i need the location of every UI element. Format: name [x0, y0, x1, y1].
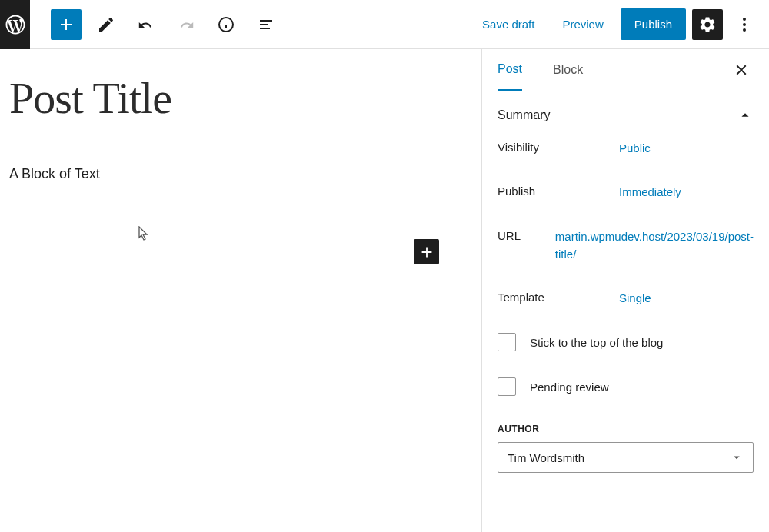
pencil-icon: [97, 15, 115, 34]
summary-body: Visibility Public Publish Immediately UR…: [498, 139, 754, 396]
gear-icon: [698, 15, 717, 34]
template-label: Template: [498, 289, 619, 304]
list-view-icon: [257, 15, 275, 34]
editor-area[interactable]: Post Title A Block of Text: [0, 49, 482, 532]
toolbar: Save draft Preview Publish: [0, 0, 769, 49]
edit-mode-button[interactable]: [91, 9, 122, 40]
settings-sidebar: Post Block Summary Visibility Public Pub…: [482, 49, 769, 532]
svg-point-5: [743, 28, 746, 32]
options-button[interactable]: [729, 9, 760, 40]
info-icon: [217, 15, 235, 34]
tab-post[interactable]: Post: [498, 49, 522, 91]
author-select[interactable]: Tim Wordsmith: [498, 442, 754, 473]
publish-row: Publish Immediately: [498, 183, 754, 201]
redo-icon: [177, 15, 195, 34]
stick-checkbox-label: Stick to the top of the blog: [530, 336, 663, 349]
stick-checkbox[interactable]: [498, 333, 516, 351]
sidebar-tabs: Post Block: [482, 49, 769, 91]
publish-value[interactable]: Immediately: [619, 183, 754, 201]
close-icon: [733, 62, 750, 78]
save-draft-button[interactable]: Save draft: [471, 12, 545, 37]
plus-icon: [57, 15, 75, 34]
template-value[interactable]: Single: [619, 289, 754, 307]
main: Post Title A Block of Text Post Block Su…: [0, 49, 769, 532]
plus-icon: [418, 244, 435, 261]
pending-checkbox-label: Pending review: [530, 381, 609, 394]
pending-checkbox-row: Pending review: [498, 377, 754, 396]
dots-vertical-icon: [735, 15, 754, 34]
publish-button[interactable]: Publish: [621, 8, 686, 40]
add-block-inline-button[interactable]: [414, 239, 439, 264]
summary-panel: Summary Visibility Public Publish Immedi…: [482, 91, 769, 473]
svg-point-4: [743, 23, 746, 26]
svg-point-3: [743, 18, 746, 21]
author-value: Tim Wordsmith: [508, 451, 584, 464]
author-heading: AUTHOR: [498, 424, 754, 434]
toolbar-right: Save draft Preview Publish: [471, 8, 760, 40]
tab-block[interactable]: Block: [553, 50, 583, 90]
cursor-icon: [138, 226, 151, 241]
close-settings-button[interactable]: [729, 58, 754, 82]
preview-button[interactable]: Preview: [551, 12, 614, 37]
template-row: Template Single: [498, 289, 754, 307]
add-block-button[interactable]: [51, 9, 82, 40]
chevron-down-icon: [730, 451, 744, 464]
url-value[interactable]: martin.wpmudev.host/2023/03/19/post-titl…: [555, 228, 754, 264]
stick-checkbox-row: Stick to the top of the blog: [498, 333, 754, 351]
url-label: URL: [498, 228, 555, 242]
visibility-label: Visibility: [498, 139, 619, 154]
post-title-input[interactable]: Post Title: [9, 72, 472, 124]
visibility-row: Visibility Public: [498, 139, 754, 157]
redo-button: [171, 9, 201, 40]
chevron-up-icon: [737, 107, 754, 124]
document-overview-button[interactable]: [251, 9, 281, 40]
url-row: URL martin.wpmudev.host/2023/03/19/post-…: [498, 228, 754, 264]
details-button[interactable]: [211, 9, 241, 40]
summary-title: Summary: [498, 108, 550, 122]
undo-button[interactable]: [131, 9, 161, 40]
wordpress-icon: [4, 13, 27, 36]
wordpress-logo[interactable]: [0, 0, 30, 49]
paragraph-block[interactable]: A Block of Text: [9, 166, 472, 182]
settings-button[interactable]: [692, 9, 723, 40]
summary-panel-toggle[interactable]: Summary: [498, 107, 754, 139]
toolbar-left: [0, 0, 281, 49]
undo-icon: [137, 15, 155, 34]
pending-checkbox[interactable]: [498, 377, 516, 396]
visibility-value[interactable]: Public: [619, 139, 754, 157]
publish-label: Publish: [498, 183, 619, 198]
